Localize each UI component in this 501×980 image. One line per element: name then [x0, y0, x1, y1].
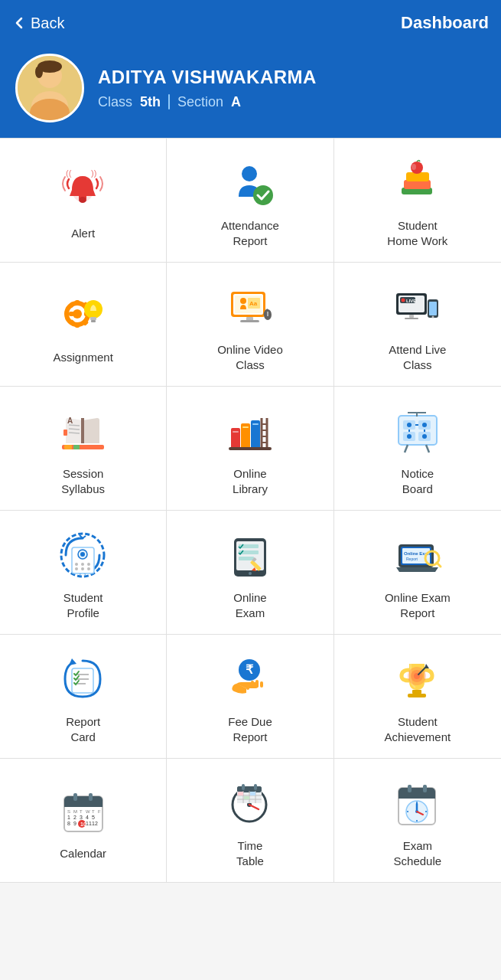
grid-item-alert[interactable]: (( )) Alert	[0, 139, 167, 263]
svg-rect-72	[229, 447, 272, 450]
svg-rect-38	[240, 320, 259, 322]
profile-info: ADITYA VISHWAKARMA Class 5th Section A	[98, 67, 317, 110]
grid-item-assignment[interactable]: Assignment	[0, 263, 167, 387]
grid-item-video-class[interactable]: Aa Online VideoClass	[167, 263, 333, 387]
class-label: Class	[98, 94, 132, 110]
svg-point-3	[35, 66, 43, 78]
exam-schedule-icon	[392, 779, 442, 828]
grid-item-exam-report[interactable]: Online Exam Report Online ExamReport	[334, 511, 501, 635]
grid-item-exam-schedule[interactable]: ExamSchedule	[334, 759, 501, 883]
svg-rect-65	[252, 423, 259, 425]
svg-line-53	[69, 429, 80, 430]
video-class-icon: Aa	[225, 283, 275, 332]
svg-text:F: F	[98, 809, 101, 814]
homework-icon	[392, 158, 442, 208]
grid-item-exam[interactable]: OnlineExam	[167, 511, 333, 635]
svg-point-90	[75, 563, 78, 566]
grid-item-homework[interactable]: StudentHome Work	[334, 139, 501, 263]
video-class-label: Online VideoClass	[217, 342, 283, 372]
grid-item-report-card[interactable]: ReportCard	[0, 635, 167, 759]
svg-point-82	[407, 434, 412, 439]
dashboard-title: Dashboard	[401, 13, 489, 33]
attendance-icon	[225, 158, 275, 208]
grid-item-notice[interactable]: NoticeBoard	[334, 387, 501, 511]
grid-item-syllabus[interactable]: A SessionSyllabus	[0, 387, 167, 511]
timetable-icon	[225, 779, 275, 828]
header: Back Dashboard	[0, 0, 501, 46]
live-class-icon: LIVE	[392, 283, 442, 332]
grid-item-live-class[interactable]: LIVE Attend LiveClass	[334, 263, 501, 387]
svg-text:2: 2	[73, 815, 76, 820]
live-class-label: Attend LiveClass	[389, 342, 446, 372]
grid-item-calendar[interactable]: S M T W T F 1 2 3 4 5 8 9	[0, 759, 167, 883]
notice-label: NoticeBoard	[402, 466, 434, 496]
svg-rect-160	[254, 784, 257, 790]
alert-icon: (( ))	[58, 165, 108, 215]
profile-name: ADITYA VISHWAKARMA	[98, 67, 317, 88]
grid-item-attendance-report[interactable]: AttendanceReport	[167, 139, 333, 263]
svg-text:Report: Report	[406, 557, 418, 561]
menu-grid: (( )) Alert	[0, 138, 501, 883]
grid-item-achievement[interactable]: StudentAchievement	[334, 635, 501, 759]
svg-marker-129	[425, 664, 429, 668]
exam-report-label: Online ExamReport	[385, 590, 451, 620]
svg-text:4: 4	[86, 815, 89, 820]
svg-point-10	[79, 197, 86, 203]
section-label: Section	[177, 94, 223, 110]
svg-text:LIVE: LIVE	[406, 299, 416, 303]
assignment-icon-wrap	[56, 287, 111, 342]
svg-text:12: 12	[92, 821, 98, 826]
avatar	[15, 54, 84, 122]
video-class-icon-wrap: Aa	[223, 279, 278, 335]
svg-text:3: 3	[80, 815, 83, 820]
notice-icon	[392, 407, 442, 456]
svg-rect-113	[72, 668, 93, 693]
svg-line-84	[405, 445, 408, 452]
assignment-label: Assignment	[53, 350, 112, 365]
svg-text:9: 9	[73, 821, 76, 826]
svg-rect-132	[64, 802, 102, 807]
svg-rect-124	[408, 694, 426, 697]
svg-rect-172	[408, 785, 412, 792]
svg-point-11	[242, 166, 257, 181]
report-card-label: ReportCard	[66, 714, 100, 744]
live-class-icon-wrap: LIVE	[390, 279, 445, 335]
svg-line-52	[69, 425, 80, 426]
exam-label: OnlineExam	[233, 590, 266, 620]
timetable-label: TimeTable	[236, 838, 264, 868]
svg-rect-49	[409, 315, 414, 318]
grid-item-fee[interactable]: ₹ Fee DueReport	[167, 635, 333, 759]
svg-point-93	[75, 567, 78, 570]
syllabus-icon-wrap: A	[56, 403, 111, 459]
svg-text:S: S	[67, 809, 70, 814]
svg-line-54	[69, 433, 80, 433]
svg-text:11: 11	[86, 821, 92, 826]
svg-point-48	[432, 315, 434, 318]
back-button[interactable]: Back	[12, 15, 64, 32]
svg-text:₹: ₹	[246, 663, 254, 676]
svg-rect-29	[90, 317, 96, 320]
section-value: A	[231, 94, 241, 110]
fee-icon: ₹	[225, 655, 275, 704]
svg-point-44	[402, 298, 405, 302]
grid-item-library[interactable]: OnlineLibrary	[167, 387, 333, 511]
grid-item-timetable[interactable]: TimeTable	[167, 759, 333, 883]
back-icon	[12, 16, 26, 30]
svg-rect-21	[75, 322, 80, 328]
svg-rect-50	[405, 318, 418, 319]
achievement-icon-wrap	[390, 652, 445, 707]
calendar-icon: S M T W T F 1 2 3 4 5 8 9	[58, 786, 108, 835]
exam-icon-wrap	[223, 528, 278, 583]
svg-rect-123	[412, 690, 421, 694]
exam-report-icon: Online Exam Report	[392, 531, 442, 580]
svg-text:T: T	[92, 809, 95, 814]
svg-rect-63	[233, 431, 239, 433]
svg-text:5: 5	[92, 815, 95, 820]
grid-item-profile[interactable]: StudentProfile	[0, 511, 167, 635]
attendance-label: AttendanceReport	[221, 218, 279, 248]
alert-label: Alert	[71, 226, 95, 241]
svg-point-17	[412, 164, 416, 170]
alert-icon-wrap: (( ))	[56, 163, 111, 218]
svg-text:W: W	[86, 809, 90, 814]
svg-point-34	[240, 298, 246, 304]
